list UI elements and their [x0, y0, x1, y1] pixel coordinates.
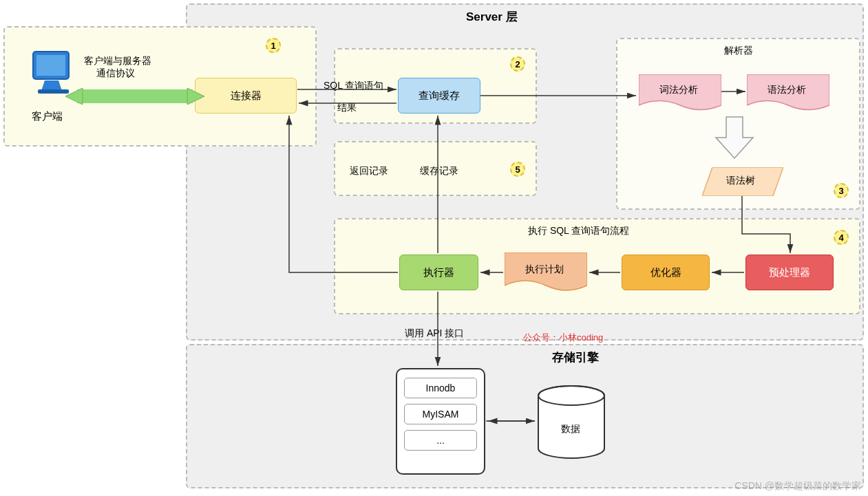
badge-3: 3: [834, 183, 849, 198]
lexical-node: 词法分析: [639, 74, 721, 112]
myisam-text: MyISAM: [423, 409, 459, 420]
badge-1: 1: [266, 38, 281, 53]
lexical-text: 词法分析: [659, 84, 698, 96]
query-cache-node: 查询缓存: [398, 78, 480, 114]
query-cache-text: 查询缓存: [419, 89, 460, 103]
more-item: ...: [404, 430, 477, 451]
server-layer-title: Server 层: [466, 9, 518, 25]
badge-5: 5: [510, 162, 525, 177]
badge-4: 4: [834, 230, 849, 245]
client-icon: [31, 50, 76, 103]
storage-engine-title: 存储引擎: [552, 349, 599, 365]
connector-node: 连接器: [195, 78, 297, 114]
syntax-tree-text: 语法树: [726, 175, 755, 187]
connector-text: 连接器: [231, 89, 262, 103]
syntax-text: 语法分析: [768, 84, 806, 96]
exec-plan-node: 执行计划: [505, 252, 587, 294]
engine-stack: Innodb MyISAM ...: [396, 368, 485, 475]
badge-2: 2: [510, 56, 525, 72]
watermark: CSDN @数学超级菜的数学家: [734, 480, 861, 493]
executor-text: 执行器: [423, 266, 454, 279]
call-api-label: 调用 API 接口: [405, 327, 464, 340]
data-cylinder: 数据: [537, 385, 606, 463]
optimizer-text: 优化器: [650, 266, 681, 279]
syntax-node: 语法分析: [747, 74, 829, 112]
protocol-label-1: 客户端与服务器: [84, 55, 151, 67]
wechat-label: 公众号：小林coding: [523, 332, 603, 344]
storage-engine-box: 存储引擎: [186, 344, 864, 488]
preprocessor-text: 预处理器: [769, 266, 810, 279]
optimizer-node: 优化器: [622, 255, 710, 290]
client-label: 客户端: [32, 110, 63, 123]
svg-rect-1: [36, 55, 65, 76]
myisam-item: MyISAM: [404, 404, 477, 424]
innodb-item: Innodb: [404, 378, 477, 398]
exec-flow-title: 执行 SQL 查询语句流程: [528, 225, 629, 237]
cache-record-label: 缓存记录: [420, 165, 458, 177]
innodb-text: Innodb: [426, 382, 456, 393]
syntax-tree-node: 语法树: [702, 167, 783, 196]
result-label: 结果: [337, 102, 357, 114]
sql-query-label: SQL 查询语句: [324, 80, 383, 92]
more-text: ...: [436, 435, 445, 446]
return-record-label: 返回记录: [350, 165, 388, 177]
executor-node: 执行器: [399, 255, 478, 290]
svg-rect-2: [38, 89, 69, 94]
parser-title: 解析器: [724, 45, 753, 57]
preprocessor-node: 预处理器: [745, 255, 834, 290]
protocol-label-2: 通信协议: [96, 67, 135, 80]
exec-plan-text: 执行计划: [525, 263, 564, 276]
data-text: 数据: [561, 423, 580, 435]
